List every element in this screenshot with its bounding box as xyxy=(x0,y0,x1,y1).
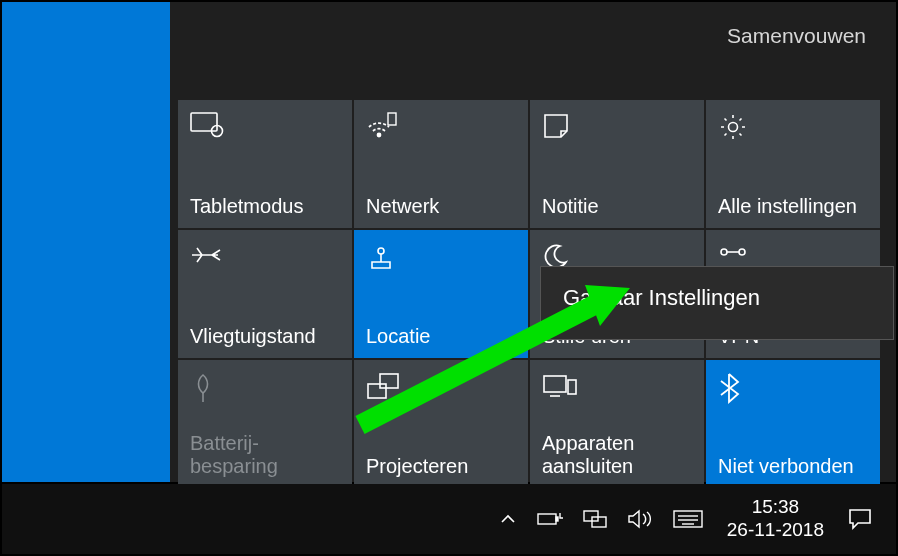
svg-rect-11 xyxy=(568,380,576,394)
taskbar-clock[interactable]: 15:38 26-11-2018 xyxy=(727,496,824,542)
tile-notitie[interactable]: Notitie xyxy=(530,100,704,228)
tray-power-icon[interactable] xyxy=(537,510,563,528)
tray-volume-icon[interactable] xyxy=(627,509,653,529)
svg-rect-15 xyxy=(556,517,558,521)
airplane-icon xyxy=(190,242,224,268)
clock-date: 26-11-2018 xyxy=(727,519,824,542)
tray-action-center-icon[interactable] xyxy=(848,508,872,530)
clock-time: 15:38 xyxy=(727,496,824,519)
tile-label: Apparaten aansluiten xyxy=(542,432,694,478)
bluetooth-icon xyxy=(718,372,740,404)
system-tray: 15:38 26-11-2018 xyxy=(489,484,882,554)
svg-rect-14 xyxy=(538,514,556,524)
tablet-icon xyxy=(190,112,224,138)
tile-projecteren[interactable]: Projecteren xyxy=(354,360,528,488)
wifi-icon xyxy=(366,112,398,138)
svg-rect-3 xyxy=(388,113,396,125)
project-icon xyxy=(366,372,400,402)
tile-label: Niet verbonden xyxy=(718,455,870,478)
note-icon xyxy=(542,112,570,140)
location-icon xyxy=(366,242,396,272)
context-menu: Ga naar Instellingen xyxy=(540,266,894,340)
action-center-panel: Samenvouwen Tabletmodus xyxy=(170,2,896,482)
svg-rect-10 xyxy=(544,376,566,392)
svg-point-6 xyxy=(721,249,727,255)
tile-apparaten-aansluiten[interactable]: Apparaten aansluiten xyxy=(530,360,704,488)
tray-network-icon[interactable] xyxy=(583,509,607,529)
tile-locatie[interactable]: Locatie xyxy=(354,230,528,358)
tile-label: Netwerk xyxy=(366,195,518,218)
tile-label: Batterij-besparing xyxy=(190,432,342,478)
collapse-button[interactable]: Samenvouwen xyxy=(727,24,866,48)
svg-point-5 xyxy=(378,248,384,254)
tile-label: Vliegtuigstand xyxy=(190,325,342,348)
tile-netwerk[interactable]: Netwerk xyxy=(354,100,528,228)
tile-label: Alle instellingen xyxy=(718,195,870,218)
tile-tabletmodus[interactable]: Tabletmodus xyxy=(178,100,352,228)
svg-point-4 xyxy=(729,123,738,132)
tile-label: Projecteren xyxy=(366,455,518,478)
svg-rect-8 xyxy=(368,384,386,398)
svg-point-7 xyxy=(739,249,745,255)
taskbar: 15:38 26-11-2018 xyxy=(2,484,896,554)
leaf-icon xyxy=(190,372,216,404)
context-menu-goto-settings[interactable]: Ga naar Instellingen xyxy=(541,267,893,329)
svg-rect-9 xyxy=(380,374,398,388)
vpn-icon xyxy=(718,242,748,262)
svg-rect-17 xyxy=(592,517,606,527)
tile-label: Notitie xyxy=(542,195,694,218)
tile-batterijbesparing[interactable]: Batterij-besparing xyxy=(178,360,352,488)
tile-label: Locatie xyxy=(366,325,518,348)
svg-rect-16 xyxy=(584,511,598,521)
tray-chevron-up-icon[interactable] xyxy=(499,510,517,528)
tile-label: Tabletmodus xyxy=(190,195,342,218)
tray-keyboard-icon[interactable] xyxy=(673,510,703,528)
gear-icon xyxy=(718,112,748,142)
svg-point-2 xyxy=(378,134,381,137)
tile-vliegtuigstand[interactable]: Vliegtuigstand xyxy=(178,230,352,358)
connect-icon xyxy=(542,372,578,400)
tile-niet-verbonden[interactable]: Niet verbonden xyxy=(706,360,880,488)
desktop-left-strip xyxy=(2,2,170,482)
tile-alle-instellingen[interactable]: Alle instellingen xyxy=(706,100,880,228)
